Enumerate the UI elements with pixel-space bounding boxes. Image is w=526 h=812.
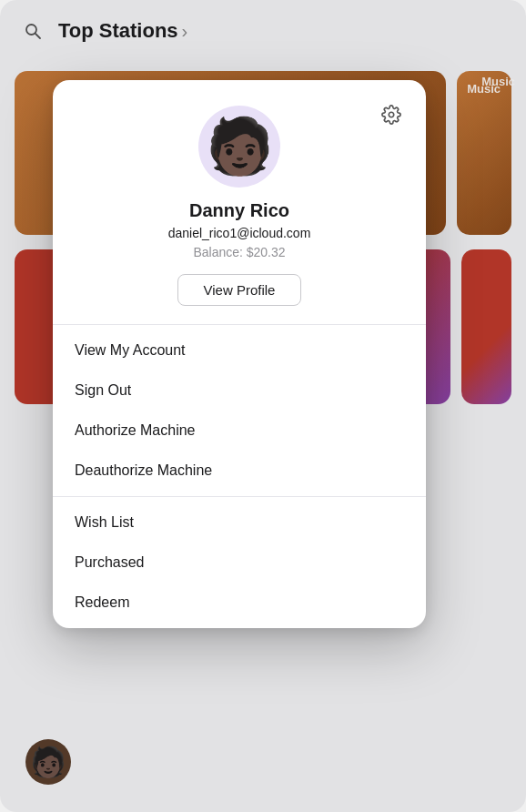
gear-icon bbox=[381, 105, 401, 125]
avatar: 🧑🏿 bbox=[198, 106, 280, 188]
menu-item-authorize-machine[interactable]: Authorize Machine bbox=[53, 411, 426, 451]
menu-item-redeem[interactable]: Redeem bbox=[53, 583, 426, 623]
app-background: Top Stations › Music Music 🧑🏿 bbox=[0, 0, 526, 812]
menu-item-view-account[interactable]: View My Account bbox=[53, 330, 426, 370]
view-profile-button[interactable]: View Profile bbox=[177, 274, 302, 306]
menu-item-wish-list[interactable]: Wish List bbox=[53, 502, 426, 543]
avatar-emoji: 🧑🏿 bbox=[206, 119, 274, 174]
account-popup: 🧑🏿 Danny Rico daniel_rico1@icloud.com Ba… bbox=[53, 80, 426, 628]
menu-item-purchased[interactable]: Purchased bbox=[53, 543, 426, 583]
gear-button[interactable] bbox=[375, 98, 408, 131]
user-balance: Balance: $20.32 bbox=[193, 245, 285, 259]
menu-section-1: View My Account Sign Out Authorize Machi… bbox=[53, 325, 426, 496]
popup-header: 🧑🏿 Danny Rico daniel_rico1@icloud.com Ba… bbox=[53, 80, 426, 324]
user-name: Danny Rico bbox=[189, 200, 289, 221]
menu-section-2: Wish List Purchased Redeem bbox=[53, 496, 426, 628]
menu-item-sign-out[interactable]: Sign Out bbox=[53, 370, 426, 411]
menu-item-deauthorize-machine[interactable]: Deauthorize Machine bbox=[53, 451, 426, 491]
user-email: daniel_rico1@icloud.com bbox=[168, 226, 311, 240]
